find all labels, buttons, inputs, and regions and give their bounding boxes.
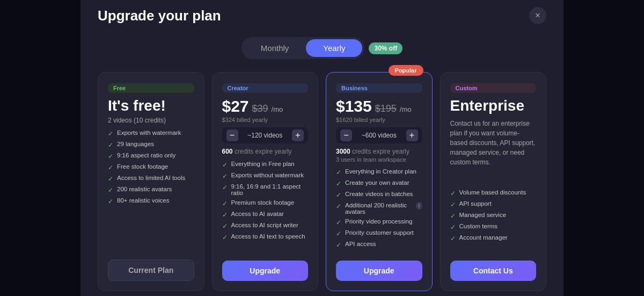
business-credits: 3000 credits expire yearly 3 users in te… (336, 148, 422, 163)
creator-price-row: $27 $39 /mo (222, 97, 309, 115)
list-item: ✓Managed service (450, 212, 537, 220)
business-qty-plus[interactable]: + (406, 129, 418, 141)
check-icon: ✓ (108, 175, 113, 183)
plans-grid: Free It's free! 2 videos (10 credits) ✓E… (98, 72, 546, 291)
check-icon: ✓ (450, 190, 456, 197)
list-item: ✓Priority video processing (336, 218, 422, 226)
list-item: ✓Create videos in batches (336, 191, 422, 199)
check-icon: ✓ (450, 223, 456, 231)
creator-quantity-row: − ~120 videos + (222, 127, 309, 143)
list-item: ✓Access to AI text to speech (222, 233, 309, 241)
monthly-toggle[interactable]: Monthly (244, 39, 306, 57)
creator-qty-minus[interactable]: − (226, 129, 238, 141)
business-billed: $1620 billed yearly (336, 117, 422, 123)
list-item: ✓Additional 200 realistic avatarsi (336, 202, 422, 215)
list-item: ✓Everything in Creator plan (336, 168, 422, 176)
list-item: ✓Custom terms (450, 223, 537, 231)
modal-header: Upgrade your plan × (98, 7, 546, 24)
current-plan-button[interactable]: Current Plan (108, 259, 194, 281)
plan-card-business: Popular Business $135 $195 /mo $1620 bil… (326, 72, 433, 291)
free-feature-list: ✓Exports with watermark ✓29 languages ✓9… (108, 129, 194, 251)
list-item: ✓Create your own avatar (336, 179, 422, 187)
modal-overlay: Upgrade your plan × Monthly Yearly 30% o… (0, 0, 644, 296)
creator-credits-expire: credits (235, 148, 255, 155)
check-icon: ✓ (336, 191, 341, 199)
plan-name-free: It's free! (108, 97, 194, 114)
check-icon: ✓ (336, 241, 341, 249)
check-icon: ✓ (108, 198, 113, 205)
plan-badge-free: Free (108, 83, 194, 93)
check-icon: ✓ (108, 153, 113, 160)
billing-toggle: Monthly Yearly 30% off (98, 37, 546, 59)
list-item: ✓Everything in Free plan (222, 161, 309, 169)
list-item: ✓9:16 aspect ratio only (108, 152, 194, 160)
check-icon: ✓ (336, 203, 341, 210)
list-item: ✓Free stock footage (108, 163, 194, 171)
check-icon: ✓ (336, 230, 341, 237)
list-item: ✓Volume based discounts (450, 189, 537, 197)
plan-card-creator: Creator $27 $39 /mo $324 billed yearly −… (212, 72, 319, 291)
list-item: ✓Access to AI script writer (222, 222, 309, 230)
list-item: ✓Access to limited AI tools (108, 175, 194, 183)
check-icon: ✓ (222, 200, 228, 207)
custom-feature-list: ✓Volume based discounts ✓API support ✓Ma… (450, 189, 537, 252)
check-icon: ✓ (450, 212, 456, 220)
check-icon: ✓ (336, 180, 341, 187)
list-item: ✓Access to AI avatar (222, 211, 309, 219)
business-price: $135 (336, 97, 372, 115)
list-item: ✓29 languages (108, 141, 194, 149)
list-item: ✓Priority customer support (336, 229, 422, 237)
free-videos-label: 2 videos (10 credits) (108, 117, 194, 124)
business-qty-minus[interactable]: − (340, 129, 352, 141)
yearly-toggle[interactable]: Yearly (306, 39, 362, 57)
info-icon: i (416, 202, 422, 210)
check-icon: ✓ (222, 184, 228, 191)
creator-price-per: /mo (272, 105, 283, 113)
discount-badge: 30% off (369, 42, 402, 54)
creator-qty-plus[interactable]: + (292, 129, 304, 141)
list-item: ✓Exports without watermark (222, 172, 309, 180)
plan-badge-custom: Custom (450, 83, 537, 93)
business-price-old: $195 (375, 103, 397, 114)
business-quantity-row: − ~600 videos + (336, 127, 422, 143)
creator-price-old: $39 (252, 103, 268, 114)
plan-card-free: Free It's free! 2 videos (10 credits) ✓E… (98, 72, 204, 291)
check-icon: ✓ (450, 235, 456, 242)
list-item: ✓API support (450, 200, 537, 208)
list-item: ✓80+ realistic voices (108, 197, 194, 205)
check-icon: ✓ (222, 161, 228, 169)
creator-price: $27 (222, 97, 249, 115)
list-item: ✓Exports with watermark (108, 129, 194, 138)
enterprise-title: Enterprise (450, 97, 537, 114)
upgrade-modal: Upgrade your plan × Monthly Yearly 30% o… (80, 0, 564, 296)
business-upgrade-button[interactable]: Upgrade (336, 261, 422, 281)
check-icon: ✓ (222, 222, 228, 230)
creator-feature-list: ✓Everything in Free plan ✓Exports withou… (222, 161, 309, 252)
list-item: ✓API access (336, 241, 422, 249)
check-icon: ✓ (336, 169, 341, 176)
list-item: ✓9:16, 16:9 and 1:1 aspect ratio (222, 183, 309, 196)
business-users-info: 3 users in team workspace (336, 156, 422, 163)
list-item: ✓Premium stock footage (222, 199, 309, 207)
plan-badge-creator: Creator (222, 83, 309, 93)
check-icon: ✓ (450, 201, 456, 208)
check-icon: ✓ (108, 186, 113, 194)
creator-credits: 600 credits expire yearly (222, 148, 309, 155)
creator-billed: $324 billed yearly (222, 117, 309, 123)
list-item: ✓200 realistic avatars (108, 186, 194, 194)
plan-badge-business: Business (336, 83, 422, 93)
business-price-row: $135 $195 /mo (336, 97, 422, 115)
creator-upgrade-button[interactable]: Upgrade (222, 261, 309, 281)
enterprise-description: Contact us for an enterprise plan if you… (450, 119, 537, 182)
check-icon: ✓ (222, 211, 228, 219)
close-button[interactable]: × (529, 7, 546, 24)
creator-qty-label: ~120 videos (247, 132, 282, 139)
contact-us-button[interactable]: Contact Us (450, 261, 537, 281)
toggle-wrap: Monthly Yearly (241, 37, 365, 59)
popular-badge: Popular (389, 65, 423, 76)
business-qty-label: ~600 videos (362, 132, 397, 139)
check-icon: ✓ (336, 219, 341, 226)
check-icon: ✓ (108, 164, 113, 171)
business-price-per: /mo (400, 105, 412, 113)
check-icon: ✓ (108, 141, 113, 149)
